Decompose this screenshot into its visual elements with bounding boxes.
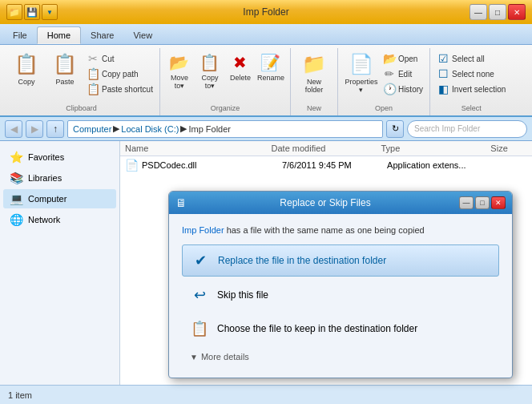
cut-label: Cut (102, 55, 115, 63)
new-content: 📁 Newfolder (296, 50, 332, 103)
properties-button[interactable]: 📄 Properties▾ (343, 50, 380, 95)
select-none-button[interactable]: ☐ Select none (435, 67, 507, 81)
skip-icon: ↩ (190, 286, 209, 304)
open-button[interactable]: 📂 Open (381, 51, 425, 66)
more-details-label: More details (201, 352, 249, 362)
select-content: ☑ Select all ☐ Select none ◧ Invert sele… (435, 50, 507, 103)
cut-button[interactable]: ✂ Cut (85, 51, 155, 66)
tab-view[interactable]: View (123, 26, 162, 44)
sidebar-item-computer[interactable]: 💻 Computer (3, 189, 116, 208)
paste-label: Paste (55, 78, 74, 86)
search-box[interactable]: Search Imp Folder (407, 120, 527, 138)
address-path[interactable]: Computer ▶ Local Disk (C:) ▶ Imp Folder (67, 120, 383, 138)
select-group-label: Select (435, 103, 507, 114)
new-group-label: New (296, 103, 332, 114)
copy-path-button[interactable]: 📋 Copy path (85, 67, 155, 81)
ribbon-group-organize: 📂 Moveto▾ 📋 Copyto▾ ✖ Delete 📝 Rename Or… (160, 48, 291, 115)
clipboard-group-label: Clipboard (8, 103, 155, 114)
address-bar: ◀ ▶ ↑ Computer ▶ Local Disk (C:) ▶ Imp F… (0, 117, 532, 141)
choose-text: Choose the file to keep in the destinati… (217, 323, 417, 334)
col-header-type[interactable]: Type (381, 143, 490, 153)
ribbon-group-select: ☑ Select all ☐ Select none ◧ Invert sele… (430, 48, 512, 115)
rename-button[interactable]: 📝 Rename (256, 50, 285, 83)
tab-home[interactable]: Home (37, 26, 81, 44)
history-label: History (398, 85, 423, 94)
replace-option[interactable]: ✔ Replace the file in the destination fo… (182, 244, 499, 277)
col-header-size[interactable]: Size (490, 143, 527, 153)
back-button[interactable]: ◀ (5, 120, 22, 138)
clipboard-content: 📋 Copy 📋 Paste ✂ Cut 📋 Copy path 📋 (8, 50, 155, 103)
title-bar: 📁 💾 ▼ Imp Folder — □ ✕ (0, 0, 532, 24)
dialog-icon: 🖥 (175, 196, 187, 209)
refresh-button[interactable]: ↻ (386, 120, 404, 138)
invert-selection-button[interactable]: ◧ Invert selection (435, 82, 507, 96)
copy-button[interactable]: 📋 Copy (8, 50, 45, 87)
dialog-subtitle-text: has a file with the same name as one bei… (224, 225, 425, 235)
edit-button[interactable]: ✏ Edit (381, 67, 425, 81)
dialog-title-bar: 🖥 Replace or Skip Files — □ ✕ (169, 192, 512, 214)
move-to-button[interactable]: 📂 Moveto▾ (165, 50, 194, 91)
ribbon-group-new: 📁 Newfolder New (291, 48, 338, 115)
dialog-minimize-button[interactable]: — (459, 196, 474, 209)
paste-button[interactable]: 📋 Paste (46, 50, 83, 87)
path-drive[interactable]: Local Disk (C:) (121, 124, 179, 134)
choose-option[interactable]: 📋 Choose the file to keep in the destina… (182, 313, 499, 344)
tab-share[interactable]: Share (81, 26, 123, 44)
dialog-title: Replace or Skip Files (191, 197, 459, 208)
file-type: Application extens... (387, 160, 492, 170)
table-row[interactable]: 📄 PSDCodec.dll 7/6/2011 9:45 PM Applicat… (120, 156, 532, 174)
edit-icon: ✏ (383, 67, 396, 80)
select-all-icon: ☑ (437, 52, 449, 65)
select-all-button[interactable]: ☑ Select all (435, 51, 507, 66)
invert-selection-icon: ◧ (437, 83, 449, 95)
close-button[interactable]: ✕ (508, 4, 526, 20)
dialog-maximize-button[interactable]: □ (475, 196, 490, 209)
minimize-button[interactable]: — (470, 4, 487, 20)
tab-file[interactable]: File (3, 26, 37, 44)
copy-path-icon: 📋 (87, 67, 99, 80)
skip-option[interactable]: ↩ Skip this file (182, 280, 499, 310)
delete-button[interactable]: ✖ Delete (226, 50, 255, 83)
select-none-icon: ☐ (437, 67, 449, 80)
skip-text: Skip this file (217, 289, 268, 301)
paste-shortcut-button[interactable]: 📋 Paste shortcut (85, 82, 155, 96)
sidebar: ⭐ Favorites 📚 Libraries 💻 Computer 🌐 Net… (0, 141, 120, 385)
col-header-date[interactable]: Date modified (272, 143, 381, 153)
ribbon: 📋 Copy 📋 Paste ✂ Cut 📋 Copy path 📋 (0, 45, 532, 117)
up-button[interactable]: ↑ (46, 120, 64, 138)
dialog-close-button[interactable]: ✕ (491, 196, 506, 209)
sidebar-item-network[interactable]: 🌐 Network (3, 210, 116, 229)
rename-label: Rename (257, 74, 284, 82)
folder-icon: 📁 (6, 4, 22, 20)
history-button[interactable]: 🕐 History (381, 82, 425, 96)
ribbon-tabs: File Home Share View (0, 24, 532, 45)
sidebar-label-computer: Computer (28, 194, 66, 204)
new-folder-label: Newfolder (305, 78, 324, 94)
copy-label: Copy (18, 78, 34, 86)
organize-group-label: Organize (165, 103, 285, 114)
paste-shortcut-label: Paste shortcut (102, 85, 153, 94)
network-icon: 🌐 (10, 213, 23, 226)
search-placeholder: Search Imp Folder (414, 124, 480, 133)
path-folder[interactable]: Imp Folder (188, 124, 231, 134)
path-sep-2: ▶ (180, 123, 187, 134)
select-all-label: Select all (452, 55, 485, 63)
dropdown-arrow-icon[interactable]: ▼ (42, 4, 58, 20)
maximize-button[interactable]: □ (489, 4, 506, 20)
sidebar-item-favorites[interactable]: ⭐ Favorites (3, 147, 116, 167)
open-group-label: Open (343, 103, 425, 114)
path-computer[interactable]: Computer (73, 124, 111, 134)
forward-button[interactable]: ▶ (26, 120, 43, 138)
save-icon: 💾 (24, 4, 40, 20)
favorites-icon: ⭐ (10, 151, 23, 164)
new-folder-button[interactable]: 📁 Newfolder (296, 50, 332, 95)
file-icon: 📄 (125, 159, 139, 172)
computer-icon: 💻 (10, 192, 23, 205)
col-header-name[interactable]: Name (125, 143, 272, 153)
copy-to-button[interactable]: 📋 Copyto▾ (195, 50, 224, 91)
replace-icon: ✔ (191, 252, 210, 269)
cut-icon: ✂ (87, 52, 99, 65)
sidebar-item-libraries[interactable]: 📚 Libraries (3, 168, 116, 188)
file-list-header: Name Date modified Type Size (120, 141, 532, 156)
more-details-button[interactable]: ▼ More details (182, 347, 499, 366)
